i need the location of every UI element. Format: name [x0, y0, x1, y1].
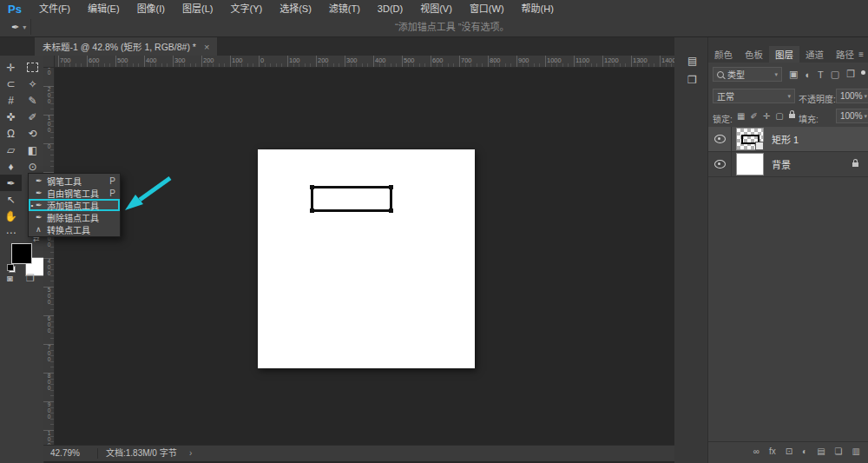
ruler-label: 1400	[661, 56, 674, 64]
pen-tool-icon: ✒	[11, 22, 19, 33]
healing-brush-tool[interactable]: ✜	[0, 109, 22, 125]
filter-toggle-icon[interactable]	[861, 70, 865, 75]
menu-item[interactable]: 滤镜(T)	[320, 0, 369, 17]
menu-item[interactable]: 编辑(E)	[79, 0, 128, 17]
anchor-point-bottom-left[interactable]	[310, 208, 314, 213]
flyout-item-钢笔工具[interactable]: ✒钢笔工具P	[29, 175, 120, 187]
visibility-cell[interactable]	[708, 152, 732, 176]
path-select-tool[interactable]: ↖	[0, 191, 22, 208]
fill-dropdown[interactable]: 100% ▾	[836, 109, 868, 123]
lock-transparency-icon[interactable]: ▦	[737, 111, 745, 121]
eye-icon[interactable]	[714, 160, 726, 169]
flyout-item-删除锚点工具[interactable]: ✒删除锚点工具	[29, 211, 120, 223]
blur-tool[interactable]: ♦	[0, 158, 22, 175]
visibility-cell[interactable]	[708, 127, 732, 151]
tool-row: #✎	[0, 92, 43, 109]
marquee-tool[interactable]	[22, 59, 43, 76]
menu-item[interactable]: 图像(I)	[128, 0, 174, 17]
default-colors-icon[interactable]	[7, 264, 16, 273]
filter-shape-layers-icon[interactable]: ▢	[831, 69, 839, 80]
layer-style-icon[interactable]: fx	[769, 446, 776, 456]
new-layer-icon[interactable]: ❏	[835, 446, 843, 456]
eraser-tool[interactable]: ▱	[0, 142, 22, 158]
menu-item[interactable]: 窗口(W)	[461, 0, 513, 17]
lasso-tool[interactable]: ⊂	[0, 76, 22, 92]
lock-position-icon[interactable]: ✛	[763, 111, 770, 121]
panel-tab-通道[interactable]: 通道	[799, 46, 830, 63]
menu-item[interactable]: 图层(L)	[174, 0, 221, 17]
opacity-dropdown[interactable]: 100% ▾	[836, 89, 868, 103]
flyout-item-转换点工具[interactable]: ∧转换点工具	[29, 223, 120, 235]
menu-item[interactable]: 选择(S)	[271, 0, 320, 17]
filter-pixel-layers-icon[interactable]: ▣	[789, 69, 798, 80]
menu-item[interactable]: 帮助(H)	[513, 0, 562, 17]
close-tab-icon[interactable]: ×	[204, 42, 209, 52]
collapsed-panel-icon-bottom[interactable]: ❐	[687, 74, 697, 86]
delete-layer-icon[interactable]: ▥	[852, 446, 860, 456]
filter-type-layers-icon[interactable]: T	[818, 69, 824, 80]
flyout-item-添加锚点工具[interactable]: •✒添加锚点工具	[29, 199, 120, 211]
eye-icon[interactable]	[714, 135, 726, 143]
status-zoom-value[interactable]: 42.79%	[50, 446, 80, 461]
new-group-icon[interactable]: ▤	[817, 446, 825, 456]
menu-item[interactable]: 视图(V)	[411, 0, 461, 17]
layer-thumbnail[interactable]	[736, 153, 764, 175]
ps-logo: Ps	[8, 3, 22, 16]
gradient-tool[interactable]: ◧	[22, 142, 43, 158]
layer-name: 背景	[772, 157, 791, 171]
lock-all-icon[interactable]	[789, 114, 795, 118]
panel-tab-色板[interactable]: 色板	[739, 46, 769, 63]
document-canvas[interactable]	[258, 149, 475, 368]
rectangle-shape-path[interactable]	[311, 186, 392, 212]
ruler-label: 1000	[45, 430, 52, 445]
menu-item[interactable]: 文字(Y)	[221, 0, 271, 17]
panel-tab-图层[interactable]: 图层	[769, 46, 799, 63]
quick-mask-button[interactable]: ◙	[7, 273, 13, 283]
anchor-point-top-left[interactable]	[310, 185, 314, 189]
filter-smart-objects-icon[interactable]: ❒	[846, 69, 855, 80]
layer-row-背景[interactable]: 背景	[708, 152, 868, 177]
pen-tool[interactable]: ✒	[0, 175, 22, 191]
collapsed-panel-icon-top[interactable]: ▤	[687, 55, 697, 67]
anchor-point-top-right[interactable]	[389, 185, 393, 189]
eyedropper-tool[interactable]: ✎	[22, 92, 43, 109]
add-layer-mask-icon[interactable]: ⊡	[786, 446, 792, 456]
crop-tool[interactable]: #	[0, 92, 22, 109]
filter-adjustment-layers-icon[interactable]: ◐	[805, 69, 811, 80]
tool-row: ⊂✧	[0, 76, 43, 92]
panel-tab-颜色[interactable]: 颜色	[708, 46, 739, 63]
menu-item[interactable]: 3D(D)	[369, 0, 411, 17]
history-brush-tool[interactable]: ⟲	[22, 125, 43, 142]
crop-tool-icon: #	[8, 95, 14, 107]
screen-mode-button[interactable]: ❐	[26, 273, 35, 284]
vertical-ruler: 3002001000100200300400500600700800900100…	[43, 67, 55, 445]
canvas-viewport[interactable]: 7006005004003002001000100200300400500600…	[43, 56, 674, 445]
layer-thumbnail[interactable]	[736, 128, 764, 150]
anchor-point-bottom-right[interactable]	[389, 208, 393, 213]
more-tools[interactable]: ⋯	[0, 224, 22, 241]
hand-tool[interactable]: ✋	[0, 208, 22, 224]
status-expand-icon[interactable]: ›	[189, 446, 192, 461]
clone-stamp-tool[interactable]: Ω	[0, 125, 22, 142]
ruler-label: 700	[45, 344, 52, 362]
panel-tab-路径[interactable]: 路径	[830, 46, 860, 63]
tool-preset-picker[interactable]: ✒ ▾	[7, 19, 31, 35]
quick-select-tool[interactable]: ✧	[22, 76, 43, 92]
panel-menu-icon[interactable]: ≡	[858, 50, 864, 59]
lock-artboard-icon[interactable]: ▢	[775, 111, 783, 121]
blend-mode-dropdown[interactable]: 正常 ▾	[713, 89, 795, 103]
brush-tool[interactable]: ✐	[22, 109, 43, 125]
layer-name: 矩形 1	[772, 132, 799, 146]
healing-brush-tool-icon: ✜	[6, 111, 15, 123]
ruler-label: 900	[45, 401, 52, 420]
foreground-color-swatch[interactable]	[11, 243, 32, 264]
layer-filter-dropdown[interactable]: 类型 ▾	[713, 67, 782, 82]
new-adjustment-layer-icon[interactable]: ◐	[802, 446, 807, 456]
document-tab[interactable]: 未标题-1 @ 42.8% (矩形 1, RGB/8#) * ×	[35, 37, 217, 56]
menu-item[interactable]: 文件(F)	[30, 0, 79, 17]
layer-row-矩形 1[interactable]: 矩形 1	[708, 127, 868, 152]
flyout-item-自由钢笔工具[interactable]: ✒自由钢笔工具P	[29, 187, 120, 199]
move-tool[interactable]: ✛	[0, 59, 22, 76]
link-layers-icon[interactable]: ∞	[753, 446, 760, 456]
lock-paint-icon[interactable]: ✐	[750, 111, 757, 121]
